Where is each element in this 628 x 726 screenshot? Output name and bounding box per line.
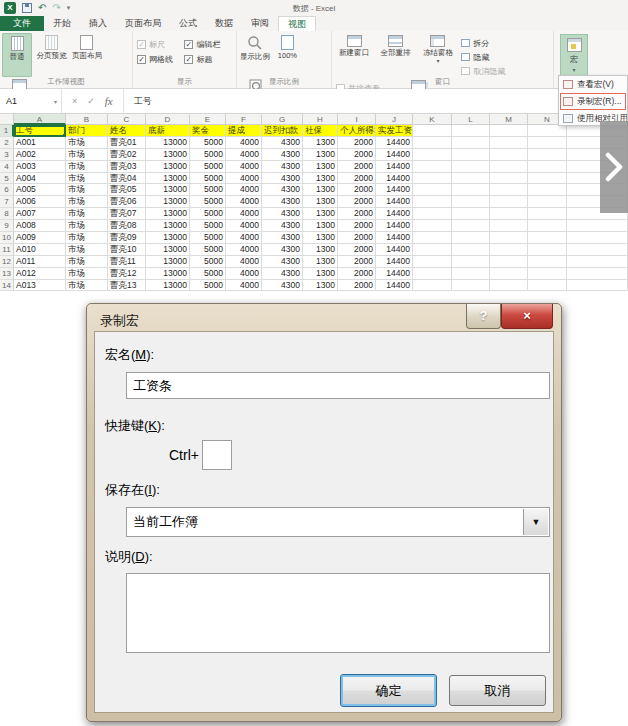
cell-G6[interactable]: 4300 (262, 184, 303, 196)
cancel-entry-icon[interactable]: × (72, 96, 77, 106)
cell-C6[interactable]: 曹亮05 (108, 184, 146, 196)
cell-A6[interactable]: A005 (14, 184, 66, 196)
cell-A4[interactable]: A003 (14, 161, 66, 173)
row-header-11[interactable]: 11 (0, 244, 14, 256)
cell-K14[interactable] (413, 280, 452, 292)
cell-L9[interactable] (452, 220, 490, 232)
cell-B6[interactable]: 市场 (66, 184, 108, 196)
cancel-button[interactable]: 取消 (449, 675, 546, 706)
cell-G4[interactable]: 4300 (262, 161, 303, 173)
cell-D4[interactable]: 13000 (146, 161, 190, 173)
tab-ribbon-6[interactable]: 审阅 (242, 16, 278, 31)
combo-dropdown-button[interactable]: ▼ (523, 509, 548, 535)
macro-name-input[interactable]: 工资条 (126, 372, 550, 399)
cell-A8[interactable]: A007 (14, 208, 66, 220)
cell-B3[interactable]: 市场 (66, 149, 108, 161)
row-header-5[interactable]: 5 (0, 173, 14, 185)
cell-E9[interactable]: 5000 (190, 220, 226, 232)
cell-I2[interactable]: 2000 (338, 137, 376, 149)
cell-E3[interactable]: 5000 (190, 149, 226, 161)
cell-J14[interactable]: 14400 (376, 280, 413, 292)
enter-entry-icon[interactable]: ✓ (87, 96, 95, 106)
cell-J3[interactable]: 14400 (376, 149, 413, 161)
cell-A5[interactable]: A004 (14, 173, 66, 185)
cell-C8[interactable]: 曹亮07 (108, 208, 146, 220)
cell-H4[interactable]: 1300 (303, 161, 338, 173)
column-header-A[interactable]: A (14, 114, 66, 125)
cell-F1[interactable]: 提成 (226, 125, 262, 137)
cell-G10[interactable]: 4300 (262, 232, 303, 244)
cell-L2[interactable] (452, 137, 490, 149)
cell-E6[interactable]: 5000 (190, 184, 226, 196)
cell-G13[interactable]: 4300 (262, 268, 303, 280)
cell-K2[interactable] (413, 137, 452, 149)
cell-G11[interactable]: 4300 (262, 244, 303, 256)
ok-button[interactable]: 确定 (340, 674, 437, 707)
cell-J5[interactable]: 14400 (376, 173, 413, 185)
cell-F6[interactable]: 4000 (226, 184, 262, 196)
cell-D14[interactable]: 13000 (146, 280, 190, 292)
split-button[interactable]: 拆分 (461, 36, 507, 50)
cell-C10[interactable]: 曹亮09 (108, 232, 146, 244)
cell-C11[interactable]: 曹亮10 (108, 244, 146, 256)
cell-E13[interactable]: 5000 (190, 268, 226, 280)
cell-H14[interactable]: 1300 (303, 280, 338, 292)
cell-L6[interactable] (452, 184, 490, 196)
formula-content[interactable]: 工号 (124, 95, 152, 108)
cell-I13[interactable]: 2000 (338, 268, 376, 280)
cell-A3[interactable]: A002 (14, 149, 66, 161)
cell-H2[interactable]: 1300 (303, 137, 338, 149)
cell-M12[interactable] (490, 256, 528, 268)
formula-bar-checkbox[interactable]: ✓编辑栏 (184, 37, 220, 52)
cell-E1[interactable]: 奖金 (190, 125, 226, 137)
column-header-K[interactable]: K (413, 114, 452, 125)
cell-C7[interactable]: 曹亮06 (108, 196, 146, 208)
cell-M13[interactable] (490, 268, 528, 280)
cell-G8[interactable]: 4300 (262, 208, 303, 220)
row-header-14[interactable]: 14 (0, 280, 14, 292)
cell-K12[interactable] (413, 256, 452, 268)
select-all-corner[interactable] (0, 114, 14, 125)
cell-L4[interactable] (452, 161, 490, 173)
row-header-1[interactable]: 1 (0, 125, 14, 137)
cell-N7[interactable] (528, 196, 567, 208)
cell-H5[interactable]: 1300 (303, 173, 338, 185)
cell-O9[interactable] (567, 220, 628, 232)
hide-button[interactable]: 隐藏 (461, 50, 507, 64)
cell-E2[interactable]: 5000 (190, 137, 226, 149)
cell-L1[interactable] (452, 125, 490, 137)
cell-H9[interactable]: 1300 (303, 220, 338, 232)
cell-E8[interactable]: 5000 (190, 208, 226, 220)
cell-B1[interactable]: 部门 (66, 125, 108, 137)
description-textarea[interactable] (126, 573, 550, 653)
cell-M14[interactable] (490, 280, 528, 292)
cell-I6[interactable]: 2000 (338, 184, 376, 196)
cell-G5[interactable]: 4300 (262, 173, 303, 185)
cell-M4[interactable] (490, 161, 528, 173)
page-break-preview-button[interactable]: 分页预览 (36, 33, 66, 77)
cell-A1[interactable]: 工号 (14, 125, 66, 137)
cell-B7[interactable]: 市场 (66, 196, 108, 208)
cell-N3[interactable] (528, 149, 567, 161)
cell-J13[interactable]: 14400 (376, 268, 413, 280)
cell-A14[interactable]: A013 (14, 280, 66, 292)
cell-I10[interactable]: 2000 (338, 232, 376, 244)
cell-G9[interactable]: 4300 (262, 220, 303, 232)
cell-N14[interactable] (528, 280, 567, 292)
cell-M3[interactable] (490, 149, 528, 161)
cell-H12[interactable]: 1300 (303, 256, 338, 268)
cell-A9[interactable]: A008 (14, 220, 66, 232)
insert-function-icon[interactable]: fx (105, 95, 113, 107)
cell-J12[interactable]: 14400 (376, 256, 413, 268)
cell-O10[interactable] (567, 232, 628, 244)
cell-F2[interactable]: 4000 (226, 137, 262, 149)
cell-J2[interactable]: 14400 (376, 137, 413, 149)
cell-A12[interactable]: A011 (14, 256, 66, 268)
cell-K6[interactable] (413, 184, 452, 196)
cell-F10[interactable]: 4000 (226, 232, 262, 244)
cell-O11[interactable] (567, 244, 628, 256)
cell-D10[interactable]: 13000 (146, 232, 190, 244)
tab-ribbon-4[interactable]: 公式 (170, 16, 206, 31)
cell-I1[interactable]: 个人所得税 (338, 125, 376, 137)
cell-I11[interactable]: 2000 (338, 244, 376, 256)
